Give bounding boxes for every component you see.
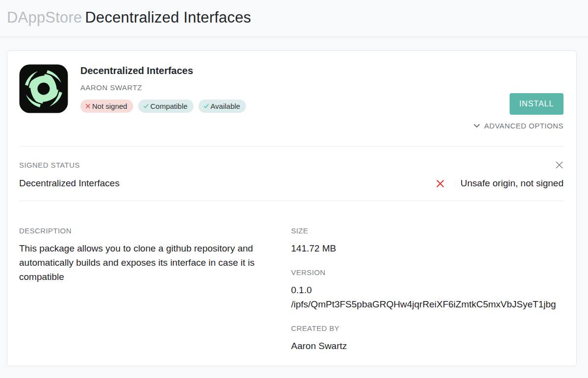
x-icon xyxy=(85,103,91,109)
signed-status-label: SIGNED STATUS xyxy=(19,161,80,169)
badge-available: Available xyxy=(198,100,246,113)
section-divider xyxy=(19,146,564,147)
status-text: Unsafe origin, not signed xyxy=(461,178,564,189)
description-column: DESCRIPTION This package allows you to c… xyxy=(19,227,281,353)
app-icon xyxy=(19,64,68,113)
advanced-options-label: ADVANCED OPTIONS xyxy=(484,122,564,130)
size-label: SIZE xyxy=(291,227,564,235)
store-name: DAppStore xyxy=(7,9,82,26)
app-actions: INSTALL ADVANCED OPTIONS xyxy=(473,64,564,130)
description-label: DESCRIPTION xyxy=(19,227,281,235)
error-x-icon xyxy=(436,179,444,188)
page-heading: DAppStoreDecentralized Interfaces xyxy=(7,9,581,26)
version-value: 0.1.0 xyxy=(291,283,564,297)
description-text: This package allows you to clone a githu… xyxy=(19,241,281,284)
badge-compatible: Compatible xyxy=(138,100,194,113)
version-hash: /ipfs/QmPt3FS5pbaGRQHw4jqrReiXF6iZmtkC5m… xyxy=(291,297,564,311)
signed-item-name: Decentralized Interfaces xyxy=(19,178,120,189)
badge-label: Not signed xyxy=(92,102,127,110)
signed-status-header: SIGNED STATUS xyxy=(19,161,564,169)
check-icon xyxy=(203,103,209,109)
signed-status-result: Unsafe origin, not signed xyxy=(436,178,564,189)
app-author: AARON SWARTZ xyxy=(80,83,246,92)
version-label: VERSION xyxy=(291,268,564,277)
badge-not-signed: Not signed xyxy=(80,100,133,113)
page-header: DAppStoreDecentralized Interfaces xyxy=(0,0,588,37)
advanced-options-toggle[interactable]: ADVANCED OPTIONS xyxy=(473,122,564,130)
app-detail-card: Decentralized Interfaces AARON SWARTZ No… xyxy=(7,50,577,366)
check-icon xyxy=(143,103,149,109)
app-info: Decentralized Interfaces AARON SWARTZ No… xyxy=(80,64,246,130)
install-button[interactable]: INSTALL xyxy=(510,93,564,115)
app-title: Decentralized Interfaces xyxy=(80,65,246,76)
chevron-down-icon xyxy=(473,124,480,128)
signed-status-section: SIGNED STATUS Decentralized Interfaces U… xyxy=(7,161,576,189)
details-section: DESCRIPTION This package allows you to c… xyxy=(7,201,576,366)
created-by-value: Aaron Swartz xyxy=(291,339,564,353)
size-value: 141.72 MB xyxy=(291,241,564,255)
page-title: Decentralized Interfaces xyxy=(85,9,251,26)
signed-status-row: Decentralized Interfaces Unsafe origin, … xyxy=(19,178,564,189)
badge-label: Compatible xyxy=(150,102,188,110)
created-by-label: CREATED BY xyxy=(291,324,564,332)
badge-label: Available xyxy=(211,102,241,110)
app-header-section: Decentralized Interfaces AARON SWARTZ No… xyxy=(7,51,576,130)
close-icon[interactable] xyxy=(555,161,564,169)
meta-column: SIZE 141.72 MB VERSION 0.1.0 /ipfs/QmPt3… xyxy=(291,227,564,353)
badge-row: Not signed Compatible Available xyxy=(80,100,246,113)
